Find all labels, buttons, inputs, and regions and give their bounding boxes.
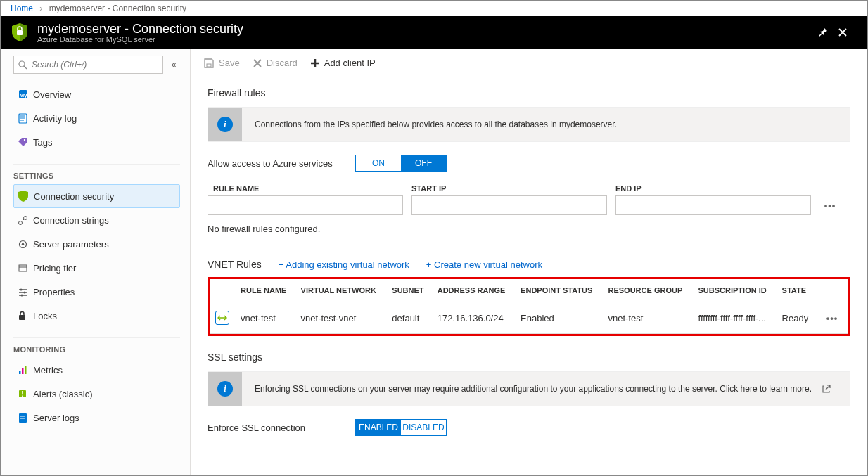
- firewall-row-menu[interactable]: •••: [819, 200, 841, 211]
- blade-header: mydemoserver - Connection security Azure…: [1, 16, 867, 49]
- main-pane: Save Discard Add client IP Firewall rule…: [191, 49, 867, 475]
- svg-point-11: [24, 216, 27, 219]
- svg-point-14: [22, 243, 25, 245]
- svg-point-21: [24, 291, 26, 293]
- vnet-icon: [210, 302, 235, 334]
- sidebar-item-label: Alerts (classic): [33, 389, 93, 399]
- firewall-info-text: Connections from the IPs specified below…: [255, 111, 850, 138]
- firewall-rule-name-input[interactable]: [208, 195, 403, 215]
- sidebar-item-label: Activity log: [33, 113, 77, 124]
- gear-icon: [18, 239, 33, 250]
- page-title: mydemoserver - Connection security: [37, 22, 818, 37]
- lock-icon: [18, 311, 33, 321]
- sidebar-item-alerts[interactable]: ! Alerts (classic): [13, 382, 180, 406]
- sidebar-item-label: Metrics: [33, 365, 63, 375]
- firewall-end-ip-input[interactable]: [615, 195, 811, 215]
- allow-azure-toggle[interactable]: ON OFF: [355, 155, 447, 172]
- sidebar-item-tags[interactable]: Tags: [13, 130, 180, 154]
- sidebar-item-pricing-tier[interactable]: Pricing tier: [13, 256, 180, 280]
- search-input-wrapper[interactable]: [13, 56, 163, 74]
- sidebar-item-connection-strings[interactable]: Connection strings: [13, 208, 180, 232]
- sidebar-item-label: Connection security: [34, 191, 114, 202]
- svg-rect-24: [19, 371, 21, 374]
- sidebar-item-label: Server parameters: [33, 239, 109, 250]
- chevron-right-icon: ›: [39, 4, 42, 13]
- collapse-sidebar-icon[interactable]: «: [167, 60, 180, 70]
- discard-button[interactable]: Discard: [253, 58, 298, 68]
- sidebar-item-label: Locks: [33, 311, 57, 321]
- svg-point-20: [20, 288, 23, 290]
- alert-icon: !: [18, 389, 33, 399]
- plus-icon: [310, 58, 320, 68]
- vnet-rules-table: RULE NAME VIRTUAL NETWORK SUBNET ADDRESS…: [210, 279, 848, 334]
- properties-icon: [18, 287, 33, 297]
- connection-icon: [18, 215, 33, 226]
- vnet-row-menu[interactable]: •••: [822, 313, 843, 323]
- sidebar-item-label: Tags: [33, 137, 52, 148]
- sidebar-item-label: Properties: [33, 287, 75, 297]
- svg-rect-26: [25, 366, 27, 374]
- ssl-section-title: SSL settings: [208, 352, 850, 363]
- info-icon: i: [208, 372, 242, 406]
- close-icon[interactable]: [838, 27, 857, 37]
- sidebar-item-metrics[interactable]: Metrics: [13, 358, 180, 382]
- shield-small-icon: [18, 191, 34, 202]
- svg-point-1: [19, 61, 25, 67]
- vnet-rule-row[interactable]: vnet-test vnet-test-vnet default 172.16.…: [210, 302, 848, 334]
- breadcrumb-current: mydemoserver - Connection security: [49, 4, 186, 13]
- sidebar-item-server-parameters[interactable]: Server parameters: [13, 232, 180, 256]
- firewall-table-header: RULE NAME START IP END IP: [208, 181, 850, 195]
- sidebar-group-monitoring: MONITORING: [13, 337, 180, 354]
- sidebar-group-settings: SETTINGS: [13, 164, 180, 180]
- sidebar-item-activity-log[interactable]: Activity log: [13, 106, 180, 130]
- ssl-info-text: Enforcing SSL connections on your server…: [255, 375, 822, 402]
- sidebar-item-overview[interactable]: My Overview: [13, 82, 180, 106]
- tag-icon: [18, 137, 33, 148]
- search-input[interactable]: [32, 60, 158, 70]
- sidebar-item-properties[interactable]: Properties: [13, 280, 180, 304]
- ssl-info-banner: i Enforcing SSL connections on your serv…: [208, 371, 850, 406]
- sidebar: « My Overview Activity log Tags SETTINGS…: [1, 49, 191, 475]
- sidebar-item-server-logs[interactable]: Server logs: [13, 406, 180, 430]
- sidebar-item-label: Overview: [33, 89, 71, 100]
- sidebar-item-connection-security[interactable]: Connection security: [13, 184, 180, 208]
- svg-rect-0: [17, 30, 23, 35]
- enforce-ssl-label: Enforce SSL connection: [208, 423, 355, 433]
- toggle-enabled[interactable]: ENABLED: [356, 420, 401, 435]
- firewall-info-banner: i Connections from the IPs specified bel…: [208, 107, 850, 142]
- add-client-ip-button[interactable]: Add client IP: [310, 58, 376, 68]
- toggle-disabled[interactable]: DISABLED: [401, 420, 446, 435]
- save-icon: [203, 58, 215, 69]
- save-button[interactable]: Save: [203, 58, 240, 69]
- vnet-section-title: VNET Rules: [208, 259, 262, 270]
- svg-rect-15: [19, 265, 27, 271]
- discard-label: Discard: [267, 58, 298, 68]
- toggle-on[interactable]: ON: [356, 155, 401, 171]
- external-link-icon[interactable]: [822, 385, 850, 394]
- log-icon: [18, 113, 33, 124]
- pin-icon[interactable]: [818, 27, 838, 37]
- shield-icon: [11, 22, 29, 42]
- sidebar-item-label: Pricing tier: [33, 263, 76, 274]
- vnet-rules-highlight-box: RULE NAME VIRTUAL NETWORK SUBNET ADDRESS…: [208, 277, 850, 336]
- toggle-off[interactable]: OFF: [401, 155, 446, 171]
- svg-rect-23: [19, 315, 25, 320]
- breadcrumb: Home › mydemoserver - Connection securit…: [1, 1, 867, 16]
- chart-icon: [18, 365, 33, 375]
- breadcrumb-home[interactable]: Home: [11, 4, 33, 13]
- sidebar-item-locks[interactable]: Locks: [13, 304, 180, 328]
- svg-line-12: [22, 219, 24, 221]
- create-new-vnet-link[interactable]: + Create new virtual network: [426, 259, 542, 270]
- firewall-start-ip-input[interactable]: [411, 195, 607, 215]
- enforce-ssl-toggle[interactable]: ENABLED DISABLED: [355, 419, 447, 436]
- toolbar: Save Discard Add client IP: [191, 49, 867, 77]
- search-icon: [18, 60, 27, 70]
- svg-line-2: [24, 66, 27, 69]
- sidebar-item-label: Connection strings: [33, 215, 109, 226]
- pricing-icon: [18, 263, 33, 274]
- svg-point-9: [24, 139, 25, 140]
- svg-point-10: [19, 221, 23, 224]
- add-existing-vnet-link[interactable]: + Adding existing virtual network: [279, 259, 409, 270]
- save-label: Save: [219, 58, 240, 68]
- firewall-empty-message: No firewall rules configured.: [208, 221, 850, 240]
